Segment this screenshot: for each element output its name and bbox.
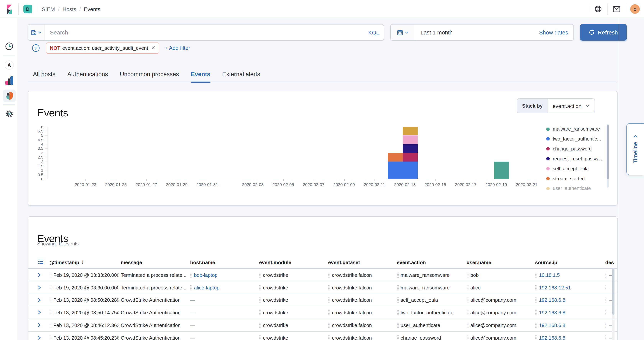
- refresh-button[interactable]: Refresh: [580, 24, 627, 41]
- legend-scrollbar-thumb[interactable]: [607, 125, 609, 179]
- sidebar-item-recent[interactable]: [0, 41, 18, 51]
- space-switcher[interactable]: D: [24, 4, 32, 13]
- drag-handle[interactable]: [605, 335, 607, 340]
- bar-segment-malware_ransomware[interactable]: [494, 161, 509, 179]
- bar-segment-request_reset_password[interactable]: [403, 144, 418, 153]
- drag-handle[interactable]: [328, 297, 330, 303]
- drag-handle[interactable]: [259, 285, 261, 290]
- expand-row-button[interactable]: [37, 297, 42, 304]
- column-header-@timestamp[interactable]: @timestamp↓: [50, 257, 118, 267]
- legend-item-two_factor_authentic[interactable]: two_factor_authentic...: [546, 134, 601, 144]
- drag-handle[interactable]: [50, 285, 51, 290]
- breadcrumb-hosts[interactable]: Hosts: [62, 6, 76, 12]
- drag-handle[interactable]: [466, 285, 468, 290]
- drag-handle[interactable]: [535, 310, 537, 316]
- drag-handle[interactable]: [259, 297, 261, 303]
- cell-value-link[interactable]: bob-laptop: [194, 272, 218, 278]
- drag-handle[interactable]: [190, 272, 192, 278]
- sidebar-item-visualize[interactable]: [0, 76, 18, 85]
- column-header-host.name[interactable]: host.name: [190, 257, 256, 267]
- show-dates-button[interactable]: Show dates: [534, 24, 574, 40]
- drag-handle[interactable]: [605, 272, 607, 278]
- query-language-button[interactable]: KQL: [368, 29, 379, 35]
- drag-handle[interactable]: [50, 272, 51, 278]
- drag-handle[interactable]: [535, 335, 537, 340]
- drag-handle[interactable]: [535, 322, 537, 328]
- expand-row-button[interactable]: [37, 272, 42, 279]
- bar-segment-two_factor_authenticate[interactable]: [403, 161, 418, 179]
- bar-segment-user_authenticate[interactable]: [403, 127, 418, 135]
- table-scrollbar-thumb[interactable]: [612, 269, 614, 315]
- drag-handle[interactable]: [259, 335, 261, 340]
- drag-handle[interactable]: [397, 322, 399, 328]
- drag-handle[interactable]: [535, 272, 537, 278]
- legend-item-request_reset_passw[interactable]: request_reset_passw...: [546, 154, 602, 164]
- tab-uncommon-processes[interactable]: Uncommon processes: [120, 68, 179, 83]
- column-header-des[interactable]: des: [605, 257, 614, 267]
- drag-handle[interactable]: [328, 335, 330, 340]
- legend-item-change_password[interactable]: change_password: [546, 144, 592, 154]
- column-header-event.action[interactable]: event.action: [397, 257, 464, 267]
- column-header-source.ip[interactable]: source.ip: [535, 257, 601, 267]
- date-quick-select-button[interactable]: [390, 24, 415, 40]
- column-header-event.module[interactable]: event.module: [259, 257, 325, 267]
- legend-item-stream_started[interactable]: stream_started: [546, 174, 585, 183]
- expand-row-button[interactable]: [37, 335, 42, 340]
- drag-handle[interactable]: [535, 297, 537, 303]
- tab-all-hosts[interactable]: All hosts: [33, 68, 56, 83]
- remove-filter-icon[interactable]: [152, 46, 156, 50]
- drag-handle[interactable]: [328, 310, 330, 316]
- cell-value-link[interactable]: 192.168.6.8: [539, 335, 565, 340]
- add-filter-button[interactable]: + Add filter: [165, 45, 190, 51]
- drag-handle[interactable]: [397, 272, 399, 278]
- drag-handle[interactable]: [466, 310, 468, 316]
- drag-handle[interactable]: [259, 310, 261, 316]
- saved-query-button[interactable]: [28, 24, 44, 40]
- drag-handle[interactable]: [259, 322, 261, 328]
- drag-handle[interactable]: [50, 322, 51, 328]
- drag-handle[interactable]: [50, 297, 51, 303]
- breadcrumb-siem[interactable]: SIEM: [42, 6, 55, 12]
- cell-value-link[interactable]: 192.168.12.51: [539, 285, 571, 290]
- drag-handle[interactable]: [397, 285, 399, 290]
- bar-segment-change_password[interactable]: [403, 153, 418, 162]
- drag-handle[interactable]: [466, 272, 468, 278]
- drag-handle[interactable]: [535, 285, 537, 290]
- drag-handle[interactable]: [397, 335, 399, 340]
- filter-chip[interactable]: NOT event.action: user_activity_audit_ev…: [46, 42, 159, 53]
- tab-external-alerts[interactable]: External alerts: [222, 68, 260, 83]
- time-range-value[interactable]: Last 1 month: [415, 24, 458, 40]
- bar-segment-two_factor_authenticate[interactable]: [388, 161, 403, 179]
- drag-handle[interactable]: [50, 335, 51, 340]
- bar-segment-stream_started[interactable]: [388, 153, 403, 162]
- cell-value-link[interactable]: alice-laptop: [194, 285, 220, 290]
- drag-handle[interactable]: [605, 285, 607, 290]
- drag-handle[interactable]: [466, 322, 468, 328]
- cell-value-link[interactable]: 192.168.6.8: [539, 322, 565, 328]
- drag-handle[interactable]: [466, 335, 468, 340]
- filter-options-icon[interactable]: [32, 44, 40, 52]
- newsfeed-button[interactable]: [608, 0, 626, 18]
- cell-value-link[interactable]: 192.168.6.8: [539, 297, 565, 303]
- cell-value-link[interactable]: 192.168.6.8: [539, 310, 565, 316]
- sidebar-item-apm[interactable]: A: [0, 60, 18, 70]
- tab-events[interactable]: Events: [191, 68, 210, 83]
- expand-row-button[interactable]: [37, 322, 42, 329]
- column-header-user.name[interactable]: user.name: [466, 257, 532, 267]
- search-input[interactable]: Search KQL: [44, 24, 384, 40]
- expand-row-button[interactable]: [37, 285, 42, 291]
- column-settings-button[interactable]: [38, 259, 43, 266]
- legend-item-self_accept_eula[interactable]: self_accept_eula: [546, 164, 589, 174]
- drag-handle[interactable]: [466, 297, 468, 303]
- drag-handle[interactable]: [190, 285, 192, 290]
- help-button[interactable]: [589, 0, 607, 18]
- drag-handle[interactable]: [328, 272, 330, 278]
- legend-item-malware_ransomware[interactable]: malware_ransomware: [546, 124, 600, 134]
- drag-handle[interactable]: [328, 285, 330, 290]
- legend-item-user_authenticate[interactable]: user_authenticate: [546, 183, 591, 190]
- drag-handle[interactable]: [397, 297, 399, 303]
- tab-authentications[interactable]: Authentications: [67, 68, 108, 83]
- kibana-logo[interactable]: [0, 0, 18, 18]
- sidebar-item-siem-active[interactable]: [0, 90, 18, 102]
- drag-handle[interactable]: [328, 322, 330, 328]
